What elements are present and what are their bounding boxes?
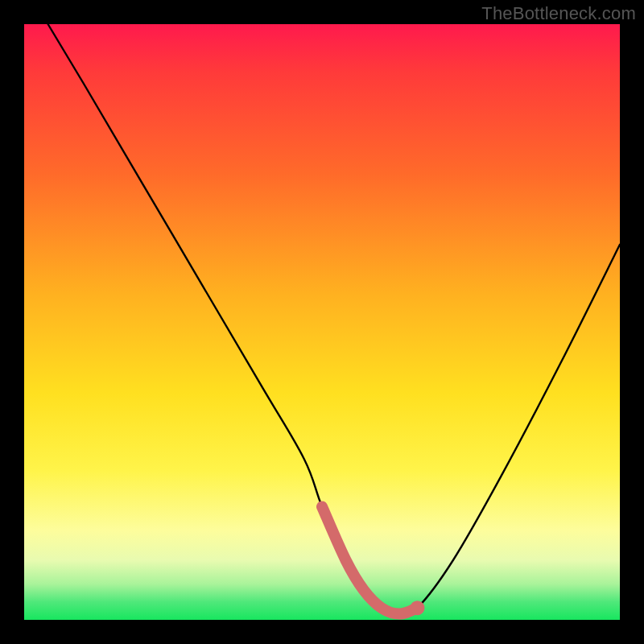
highlight-end-dot bbox=[410, 601, 424, 615]
chart-plot bbox=[24, 24, 620, 620]
highlight-segment bbox=[322, 506, 417, 613]
watermark-text: TheBottleneck.com bbox=[481, 3, 636, 24]
chart-frame: TheBottleneck.com bbox=[0, 0, 644, 644]
